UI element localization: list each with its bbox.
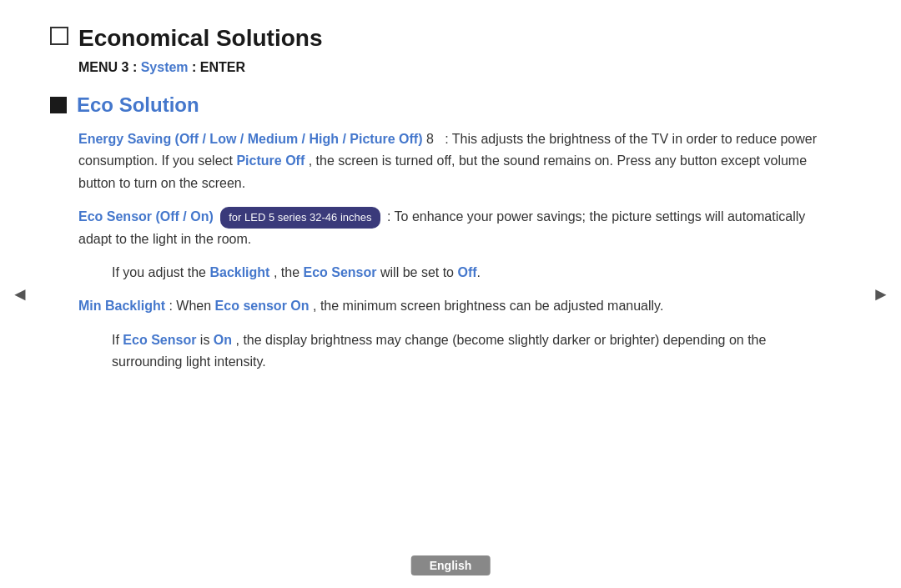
section-title-row: Eco Solution bbox=[50, 93, 834, 117]
eco-sensor-link3: Eco Sensor bbox=[123, 333, 196, 347]
eco-sensor-inline-link: Eco Sensor bbox=[303, 265, 376, 279]
energy-saving-label: Energy Saving (Off / Low / Medium / High… bbox=[78, 132, 422, 146]
off-link: Off bbox=[457, 265, 476, 279]
english-badge: English bbox=[411, 555, 491, 575]
min-backlight-pre: : When bbox=[169, 299, 211, 313]
backlight-text-suf: will be set to bbox=[380, 265, 454, 279]
if-eco-sensor-para: If Eco Sensor is On , the display bright… bbox=[112, 329, 834, 374]
menu-prefix: MENU 3 bbox=[78, 60, 128, 74]
nav-arrow-left[interactable]: ◄ bbox=[8, 283, 32, 306]
min-backlight-para: Min Backlight : When Eco sensor On , the… bbox=[78, 295, 834, 317]
is-text: is bbox=[200, 333, 214, 347]
is-on-link: On bbox=[290, 299, 309, 313]
main-title-row: Economical Solutions bbox=[50, 25, 834, 52]
page-container: ◄ ► Economical Solutions MENU 3 : System… bbox=[0, 0, 901, 588]
eco-sensor-label: Eco Sensor (Off / On) bbox=[78, 209, 214, 224]
backlight-text-mid: , the bbox=[274, 265, 299, 279]
menu-enter: ENTER bbox=[200, 60, 245, 74]
backlight-text-pre: If you adjust the bbox=[112, 265, 206, 279]
if-text: If bbox=[112, 333, 119, 347]
picture-off-link: Picture Off bbox=[236, 153, 305, 168]
energy-saving-para: Energy Saving (Off / Low / Medium / High… bbox=[78, 128, 834, 194]
eco-sensor-link2: Eco sensor bbox=[215, 299, 287, 313]
main-title: Economical Solutions bbox=[78, 25, 322, 52]
min-backlight-post: , the minimum screen brightness can be a… bbox=[313, 299, 663, 313]
eco-sensor-para: Eco Sensor (Off / On) for LED 5 series 3… bbox=[78, 206, 834, 250]
checkbox-icon bbox=[50, 27, 68, 45]
eco-sensor-badge: for LED 5 series 32-46 inches bbox=[220, 207, 380, 228]
menu-sep1: : bbox=[128, 60, 140, 74]
black-square-icon bbox=[50, 97, 67, 113]
is-on-link2: On bbox=[214, 333, 232, 347]
menu-system: System bbox=[141, 60, 189, 74]
is-on: On bbox=[290, 299, 309, 313]
menu-path: MENU 3 : System : ENTER bbox=[78, 60, 834, 75]
backlight-para: If you adjust the Backlight , the Eco Se… bbox=[112, 262, 834, 284]
backlight-link: Backlight bbox=[209, 265, 269, 279]
content-area: Energy Saving (Off / Low / Medium / High… bbox=[78, 128, 834, 374]
min-backlight-label: Min Backlight bbox=[78, 299, 165, 313]
menu-sep2: : bbox=[189, 60, 200, 74]
section-title: Eco Solution bbox=[77, 93, 199, 117]
energy-saving-number: 8 bbox=[426, 132, 441, 146]
nav-arrow-right[interactable]: ► bbox=[869, 283, 893, 306]
footer: English bbox=[411, 558, 491, 573]
